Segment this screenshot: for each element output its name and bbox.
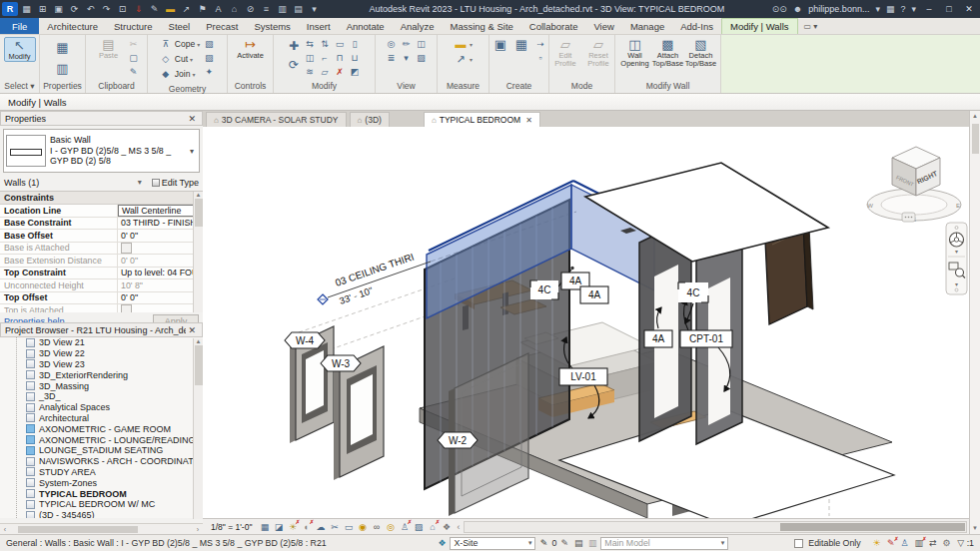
edit-type-button[interactable]: Edit Type	[152, 178, 199, 188]
clipboard-tool-icon[interactable]: ✎	[127, 65, 141, 78]
modify-wall-button[interactable]: ▧ Detach Top/Base	[685, 37, 717, 68]
ribbon-tab[interactable]: Precast	[198, 18, 246, 34]
user-menu-arrow-icon[interactable]: ▾	[875, 4, 880, 14]
paste-button[interactable]: ▤ Paste	[93, 37, 125, 60]
create-extra-icon[interactable]: ▫	[533, 51, 547, 64]
modify-tool-icon[interactable]: ◫	[303, 51, 317, 64]
worksharing-display-icon[interactable]: ♙✗	[398, 520, 411, 533]
browser-view-item[interactable]: _3D_	[26, 391, 203, 402]
visual-style-icon[interactable]: ◪	[272, 520, 285, 533]
browser-view-item[interactable]: 3D View 22	[26, 348, 203, 359]
clipboard-tool-icon[interactable]: ▢	[127, 51, 141, 64]
browser-vscrollbar[interactable]: ▲	[193, 338, 203, 519]
modify-tool-icon[interactable]: ≋	[303, 65, 317, 78]
modify-tool-icon[interactable]: ▱	[318, 65, 332, 78]
3d-view[interactable]: 03 CEILING THIRI 33' - 10"	[203, 127, 969, 518]
modify-tool-icon[interactable]: ⊔	[348, 51, 362, 64]
modify-tool-icon[interactable]: ⊓	[333, 51, 347, 64]
modify-button[interactable]: ↖ Modify	[4, 37, 36, 62]
modify-tool-icon[interactable]: ⌐	[318, 51, 332, 64]
print-icon[interactable]: ⊡	[115, 2, 130, 16]
editable-only-checkbox[interactable]	[794, 539, 803, 548]
users-icon[interactable]: ♙	[899, 538, 911, 548]
lock-3d-view-icon[interactable]: ◉	[356, 520, 369, 533]
view-tool-icon[interactable]: ▨	[415, 51, 429, 64]
edit-requests-icon[interactable]: ✎✗	[885, 538, 897, 548]
minimize-button[interactable]: –	[922, 4, 936, 14]
browser-view-item[interactable]: Analytical Spaces	[26, 402, 203, 413]
finish-tag-cpt01[interactable]: CPT-01	[680, 330, 732, 347]
section-icon[interactable]: ⊘	[243, 2, 258, 16]
panel-label-select[interactable]: Select ▾	[0, 80, 39, 93]
finish-tag-4c-right[interactable]: 4C	[678, 282, 708, 302]
browser-view-item[interactable]: System-Zones	[26, 477, 203, 488]
ribbon-tab[interactable]: Architecture	[39, 18, 106, 34]
browser-view-item[interactable]: TYPICAL BEDROOM W/ MC	[26, 499, 203, 510]
help-icon[interactable]: ?	[900, 4, 905, 14]
type-selector-arrow-icon[interactable]: ▾	[187, 147, 197, 156]
property-row[interactable]: Top Offset 0' 0"	[0, 292, 203, 305]
reveal-hidden-elements-icon[interactable]: ◎	[384, 520, 397, 533]
crop-view-icon[interactable]: ✂	[328, 520, 341, 533]
user-icon[interactable]: ☻	[793, 4, 802, 14]
clipboard-tool-icon[interactable]: ✂	[127, 37, 141, 50]
browser-view-item[interactable]: 3D_ExteriorRendering	[26, 369, 203, 380]
sync-with-central-icon[interactable]: ⟳	[67, 2, 82, 16]
detail-level-icon[interactable]: ▦	[258, 520, 271, 533]
finish-tag-4a-2[interactable]: 4A	[580, 286, 608, 303]
status-lamp-icon[interactable]: ☀	[871, 538, 883, 548]
project-browser-header[interactable]: Project Browser - R21 LTU Housing - Arch…	[0, 322, 203, 337]
level-annotation[interactable]: 03 CEILING THIRI 33' - 10"	[318, 252, 431, 306]
ribbon-tab[interactable]: File	[0, 18, 39, 34]
tag-icon[interactable]: ⚑	[195, 2, 210, 16]
property-row[interactable]: Base is Attached	[0, 243, 203, 256]
worksets-dialog-icon[interactable]: ▤	[572, 538, 584, 548]
view-scale[interactable]: 1/8" = 1'-0"	[211, 522, 252, 532]
view-tool-icon[interactable]: ▾	[400, 51, 414, 64]
user-interface-icon[interactable]: ▥	[275, 2, 290, 16]
finish-tag-4a-3[interactable]: 4A	[644, 330, 672, 347]
measure-tool[interactable]: ↗ ▾	[454, 52, 473, 66]
customize-qat-icon[interactable]: ▾	[307, 2, 322, 16]
mode-button[interactable]: ▱ Edit Profile	[549, 37, 581, 68]
modify-tool-icon[interactable]: ✗	[333, 65, 347, 78]
browser-view-item[interactable]: NAVISWORKS - ARCH - COORDINATION	[26, 456, 203, 467]
property-row[interactable]: Top Constraint Up to level: 04 FOURTH ..…	[0, 268, 203, 280]
app-button-icon[interactable]: R	[2, 2, 18, 16]
ribbon-tab[interactable]: Systems	[246, 18, 298, 34]
default-3d-view-icon[interactable]: ⌂	[227, 2, 242, 16]
view-tool-icon[interactable]: ◎	[385, 37, 399, 50]
collapse-viewbar-icon[interactable]: ‹	[457, 522, 460, 532]
geometry-tool[interactable]: ⊼ Cope▾	[159, 37, 200, 51]
modify-tool-icon[interactable]: ⟳	[287, 56, 301, 74]
help-menu-arrow-icon[interactable]: ▾	[911, 4, 916, 14]
wall-tag-w4[interactable]: W-4	[285, 332, 325, 348]
close-button[interactable]: ✕	[962, 4, 976, 14]
transfer-icon[interactable]: ✎	[147, 2, 162, 16]
sun-path-icon[interactable]: ☀✗	[286, 520, 299, 533]
view-tool-icon[interactable]: ✏	[400, 37, 414, 50]
ribbon-tab[interactable]: Insert	[299, 18, 339, 34]
sync-arrows-icon[interactable]: ⇄	[927, 538, 939, 548]
property-row[interactable]: Base Constraint 03 THIRD - FINISH FLOOR	[0, 218, 203, 231]
ribbon-tab[interactable]: Add-Ins	[672, 18, 721, 34]
property-row[interactable]: Unconnected Height 10' 8"	[0, 279, 203, 292]
editable-requests-icon[interactable]: ✎	[558, 538, 570, 548]
modify-tool-icon[interactable]: ⇆	[303, 37, 317, 50]
modify-wall-button[interactable]: ▩ Attach Top/Base	[652, 37, 684, 68]
text-icon[interactable]: A	[211, 2, 226, 16]
modify-tool-icon[interactable]: ▯	[348, 37, 362, 50]
design-option-select[interactable]: Main Model▾	[600, 537, 728, 550]
view-cube[interactable]: W E S RIGHT FRONT	[867, 147, 961, 223]
thin-lines-icon[interactable]: ≡	[259, 2, 274, 16]
browser-view-item[interactable]: 3D View 23	[26, 359, 203, 370]
browser-view-item[interactable]: AXONOMETRIC - LOUNGE/READING ARE	[26, 434, 203, 445]
finish-tag-4c-left[interactable]: 4C	[530, 280, 558, 299]
model-canvas[interactable]: 03 CEILING THIRI 33' - 10"	[203, 127, 969, 518]
view-tab[interactable]: ⌂ TYPICAL BEDROOM ✕	[424, 112, 540, 127]
browser-view-item[interactable]: LOUNGE_STADIUM SEATING	[26, 445, 203, 456]
canvas-hscrollbar[interactable]	[464, 521, 967, 533]
properties-header[interactable]: Properties ✕	[0, 111, 203, 126]
settings-icon[interactable]: ⚙	[941, 538, 953, 548]
open-icon[interactable]: ⊞	[35, 2, 50, 16]
